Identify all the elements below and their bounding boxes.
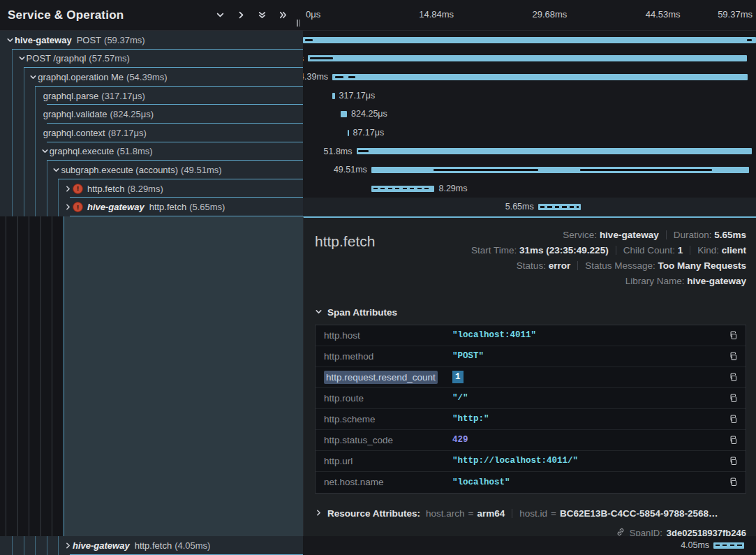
span-bar[interactable]: [371, 186, 435, 192]
span-bar-duration-label: 87.17μs: [353, 124, 384, 142]
chevron-down-icon[interactable]: [17, 54, 27, 62]
span-timeline[interactable]: 8.29ms: [303, 179, 756, 198]
meta-line: Status: errorStatus Message: Too Many Re…: [471, 258, 746, 274]
span-row[interactable]: hive-gatewayPOST(59.37ms)59.37ms: [0, 31, 756, 50]
span-title: http.fetch: [315, 233, 375, 250]
child-span-mark: [305, 39, 313, 41]
span-tree-item[interactable]: hive-gatewayhttp.fetch(4.05ms): [0, 536, 303, 555]
span-bar[interactable]: [713, 542, 744, 549]
chevron-right-icon[interactable]: [64, 185, 73, 193]
detail-left-gutter: [0, 216, 303, 536]
span-attributes-table: http.host"localhost:4011"http.method"POS…: [315, 325, 746, 494]
tree-controls: [216, 0, 288, 30]
chevron-down-icon[interactable]: [52, 166, 61, 174]
span-row[interactable]: !hive-gatewayhttp.fetch(5.65ms)5.65ms: [0, 198, 756, 216]
expand-one-icon[interactable]: [237, 10, 246, 20]
chevron-right-icon[interactable]: [64, 542, 73, 549]
span-tree-item[interactable]: subgraph.execute (accounts)(49.51ms): [0, 161, 303, 179]
attribute-key: http.url: [324, 456, 452, 466]
span-timeline[interactable]: 87.17μs: [303, 124, 756, 142]
span-bar[interactable]: [308, 55, 747, 61]
span-row[interactable]: subgraph.execute (accounts)(49.51ms)49.5…: [0, 161, 756, 179]
span-attributes-title: Span Attributes: [327, 307, 397, 318]
span-bar[interactable]: [332, 74, 748, 80]
meta-label: Service:: [563, 230, 600, 240]
span-bar[interactable]: [303, 37, 756, 43]
span-id-value: 3de02518937fb246: [667, 528, 746, 536]
span-bar[interactable]: [341, 111, 347, 117]
expand-all-icon[interactable]: [279, 10, 288, 20]
copy-icon[interactable]: [722, 477, 746, 487]
span-timeline[interactable]: 49.51ms: [303, 161, 756, 179]
span-duration: (54.39ms): [126, 72, 168, 82]
resource-attributes-row[interactable]: Resource Attributes: host.arch=arm64host…: [315, 508, 746, 519]
chevron-down-icon[interactable]: [40, 147, 50, 155]
span-tree-item[interactable]: graphql.validate(824.25μs): [0, 105, 303, 124]
span-row[interactable]: graphql.execute(51.8ms)51.8ms: [0, 142, 756, 161]
timeline-ruler: 0μs14.84ms29.68ms44.53ms59.37ms: [303, 0, 756, 31]
attribute-value: "http://localhost:4011/": [452, 456, 722, 466]
span-bar[interactable]: [357, 148, 752, 154]
span-timeline[interactable]: 59.37ms: [303, 31, 756, 50]
span-bar[interactable]: [332, 93, 334, 99]
span-attributes-header[interactable]: Span Attributes: [315, 307, 746, 318]
span-meta: Service: hive-gatewayDuration: 5.65msSta…: [471, 228, 746, 289]
copy-icon[interactable]: [722, 351, 746, 362]
panel-resize-handle[interactable]: [297, 20, 300, 27]
error-icon: !: [73, 202, 83, 212]
span-row[interactable]: graphql.parse(317.17μs)317.17μs: [0, 87, 756, 105]
span-row[interactable]: graphql.operation Me(54.39ms)54.39ms: [0, 68, 756, 87]
meta-separator: [616, 246, 616, 255]
link-icon[interactable]: [616, 527, 625, 536]
copy-icon[interactable]: [722, 393, 746, 404]
span-timeline[interactable]: 824.25μs: [303, 105, 756, 124]
span-timeline[interactable]: 51.8ms: [303, 142, 756, 161]
copy-icon[interactable]: [722, 456, 746, 466]
span-tree-item[interactable]: POST /graphql(57.57ms): [0, 50, 303, 68]
span-duration: (317.17μs): [101, 91, 144, 101]
meta-separator: [666, 230, 667, 239]
span-timeline[interactable]: 4.05ms: [303, 536, 756, 555]
attribute-row: http.status_code429: [316, 430, 746, 451]
span-tree-item[interactable]: graphql.operation Me(54.39ms): [0, 68, 303, 87]
span-row[interactable]: !http.fetch(8.29ms)8.29ms: [0, 179, 756, 198]
span-timeline[interactable]: 317.17μs: [303, 87, 756, 105]
copy-icon[interactable]: [722, 372, 746, 383]
span-tree-item[interactable]: graphql.execute(51.8ms): [0, 142, 303, 161]
span-operation-name: POST: [77, 35, 101, 45]
attribute-key: http.request.resend_count: [324, 372, 452, 383]
copy-icon[interactable]: [722, 330, 746, 341]
span-bar[interactable]: [348, 130, 349, 136]
span-row[interactable]: POST /graphql(57.57ms)57.57ms: [0, 50, 756, 68]
span-duration: (59.37ms): [104, 35, 145, 45]
span-bar[interactable]: [538, 204, 581, 210]
span-tree-item[interactable]: hive-gatewayPOST(59.37ms): [0, 31, 303, 50]
child-span-mark: [747, 39, 752, 41]
equals-sign: =: [468, 508, 474, 519]
span-duration: (51.8ms): [117, 146, 152, 156]
span-row[interactable]: graphql.context(87.17μs)87.17μs: [0, 124, 756, 142]
meta-label: Start Time:: [471, 245, 519, 256]
span-tree-item[interactable]: !hive-gatewayhttp.fetch(5.65ms): [0, 198, 303, 216]
span-timeline[interactable]: 5.65ms: [303, 198, 756, 216]
span-duration: (8.29ms): [127, 184, 163, 194]
error-icon: !: [73, 184, 83, 194]
chevron-right-icon[interactable]: [64, 203, 73, 211]
chevron-down-icon[interactable]: [6, 36, 15, 44]
chevron-down-icon[interactable]: [29, 73, 38, 81]
attribute-row: http.method"POST": [316, 346, 746, 367]
span-timeline[interactable]: 57.57ms: [303, 50, 756, 68]
collapse-one-icon[interactable]: [216, 10, 225, 20]
span-row[interactable]: hive-gatewayhttp.fetch(4.05ms)4.05ms: [0, 536, 756, 555]
indent-guide: [40, 216, 41, 536]
span-row[interactable]: graphql.validate(824.25μs)824.25μs: [0, 105, 756, 124]
copy-icon[interactable]: [722, 414, 746, 424]
copy-icon[interactable]: [722, 435, 746, 445]
resource-value: BC62E13B-C4CC-5854-9788-2568…: [560, 508, 718, 519]
span-tree-item[interactable]: graphql.parse(317.17μs): [0, 87, 303, 105]
span-tree-item[interactable]: !http.fetch(8.29ms): [0, 179, 303, 198]
span-detail-row: http.fetch Service: hive-gatewayDuration…: [0, 216, 756, 536]
collapse-all-icon[interactable]: [258, 10, 267, 20]
span-timeline[interactable]: 54.39ms: [303, 68, 756, 87]
span-tree-item[interactable]: graphql.context(87.17μs): [0, 124, 303, 142]
